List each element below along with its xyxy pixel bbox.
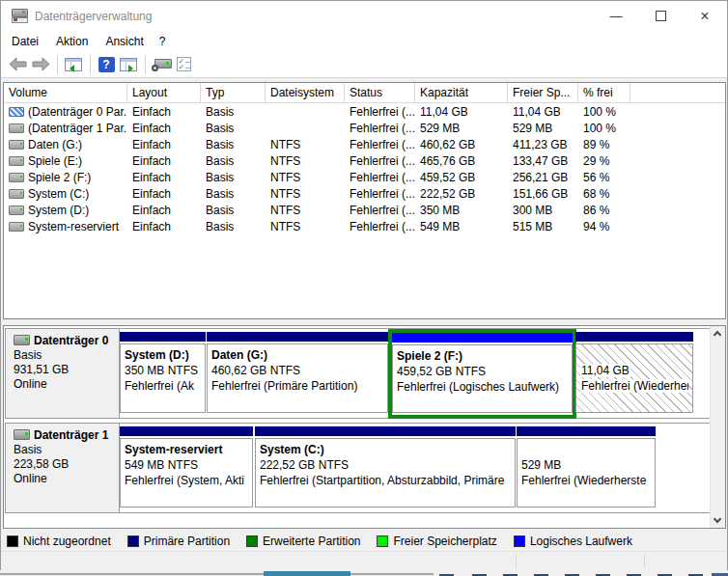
disk-graphical-view: Datenträger 0 Basis 931,51 GB Online Sys… [3,325,726,529]
partition-block[interactable]: System (C:) 222,52 GB NTFS Fehlerfrei (S… [255,426,516,510]
menu-item-datei[interactable]: Datei [3,33,47,50]
unallocated-swatch [7,535,18,547]
maximize-icon [656,11,666,21]
disk-type: Basis [14,348,113,363]
legend-item-free-space: Freier Speicherplatz [377,535,496,548]
column-header-status[interactable]: Status [345,83,415,102]
column-header-freier-speicher[interactable]: Freier Sp... [508,83,578,102]
toolbar: ? ✓ ✓ [1,51,727,78]
volume-icon [9,222,24,232]
partition-block-recovery[interactable]: 529 MB Fehlerfrei (Wiederherste [517,426,656,510]
menu-item-ansicht[interactable]: Ansicht [97,33,152,50]
status-bar-separator [516,554,517,569]
table-row[interactable]: (Datenträger 1 Par... Einfach Basis Fehl… [4,120,725,136]
menu-item-aktion[interactable]: Aktion [47,33,97,50]
primary-partition-bar [255,426,516,436]
partition-block[interactable]: System-reserviert 549 MB NTFS Fehlerfrei… [120,426,253,510]
primary-partition-bar [120,426,253,436]
volume-icon [9,156,24,166]
column-header-prozent-frei[interactable]: % frei [578,83,630,102]
forward-icon[interactable] [30,54,51,75]
volume-icon [9,173,24,182]
legend-item-unallocated: Nicht zugeordnet [7,535,111,548]
table-row[interactable]: System (C:) Einfach Basis NTFS Fehlerfre… [4,185,725,202]
volume-list-header: Volume Layout Typ Dateisystem Status Kap… [4,83,725,103]
scroll-down-icon[interactable] [714,515,721,523]
volume-icon [9,123,24,133]
table-row[interactable]: Spiele 2 (F:) Einfach Basis NTFS Fehlerf… [4,169,725,185]
menu-bar: Datei Aktion Ansicht ? [1,31,727,51]
primary-partition-bar [575,332,693,342]
disk-status: Online [14,472,113,486]
volume-icon [9,140,24,150]
title-bar: Datenträgerverwaltung — × [1,1,727,31]
menu-item-hilfe[interactable]: ? [153,33,173,50]
column-header-typ[interactable]: Typ [201,83,266,102]
disk-properties-icon[interactable] [151,54,172,75]
logical-drive-bar [392,333,573,343]
disk-row-1: Datenträger 1 Basis 223,58 GB Online Sys… [5,423,713,513]
volume-list: Volume Layout Typ Dateisystem Status Kap… [3,82,726,319]
table-row[interactable]: Daten (G:) Einfach Basis NTFS Fehlerfrei… [4,136,725,152]
partition-block-selected[interactable]: Spiele 2 (F:) 459,52 GB NTFS Fehlerfrei … [388,329,576,419]
extended-partition-swatch [246,535,258,547]
disk-0-label[interactable]: Datenträger 0 Basis 931,51 GB Online [6,329,120,418]
status-bar-separator [644,554,645,569]
help-icon[interactable]: ? [96,54,117,75]
disk-icon [14,429,30,440]
minimize-icon: — [610,9,623,23]
desktop-sliver [0,570,728,576]
legend-item-logical-drive: Logisches Laufwerk [514,535,632,548]
disk-status: Online [14,377,113,392]
column-header-volume[interactable]: Volume [4,83,127,102]
free-space-swatch [377,535,388,547]
toolbar-separator [57,55,58,74]
table-row[interactable]: Spiele (E:) Einfach Basis NTFS Fehlerfre… [4,152,725,169]
table-row[interactable]: System-reserviert Einfach Basis NTFS Feh… [4,218,725,234]
maximize-button[interactable] [638,1,683,31]
show-console-tree-icon[interactable] [63,54,84,75]
window-controls: — × [594,1,727,31]
table-row[interactable]: (Datenträger 0 Par... Einfach Basis Fehl… [4,103,725,120]
show-action-pane-icon[interactable] [118,54,139,75]
legend-item-primary: Primäre Partition [127,535,230,548]
partition-block[interactable]: System (D:) 350 MB NTFS Fehlerfrei (Ak [120,332,206,416]
column-header-kapazitaet[interactable]: Kapazität [415,83,508,102]
primary-partition-bar [517,426,656,436]
disk-type: Basis [14,443,113,457]
vertical-scrollbar[interactable] [710,326,725,528]
toolbar-separator [145,55,146,74]
volume-icon [9,206,24,215]
primary-partition-bar [120,332,206,342]
column-header-dateisystem[interactable]: Dateisystem [266,83,345,102]
task-checklist-icon[interactable]: ✓ ✓ [173,54,194,75]
column-header-empty [630,83,725,102]
status-bar [1,551,727,571]
legend-bar: Nicht zugeordnet Primäre Partition Erwei… [1,532,727,551]
primary-partition-swatch [127,535,139,547]
volume-icon [9,189,24,199]
column-header-layout[interactable]: Layout [127,83,201,102]
disk-row-0: Datenträger 0 Basis 931,51 GB Online Sys… [5,328,713,419]
partition-block[interactable]: Daten (G:) 460,62 GB NTFS Fehlerfrei (Pr… [207,332,388,416]
disk-management-app-icon [12,8,28,23]
toolbar-separator [90,55,91,74]
minimize-button[interactable]: — [594,1,638,31]
scroll-up-icon[interactable] [714,331,721,339]
recovery-volume-icon [9,107,24,117]
close-button[interactable]: × [683,1,727,31]
logical-drive-swatch [514,535,525,547]
close-icon: × [700,8,709,25]
screen: Datenträgerverwaltung — × Datei Aktion A… [0,0,728,576]
partition-block-recovery[interactable]: 11,04 GB Fehlerfrei (Wiederherste [575,332,693,416]
back-icon[interactable] [8,54,29,75]
legend-item-extended: Erweiterte Partition [246,535,360,548]
primary-partition-bar [207,332,388,342]
disk-1-label[interactable]: Datenträger 1 Basis 223,58 GB Online [6,424,120,512]
disk-icon [14,335,30,345]
window-title: Datenträgerverwaltung [35,10,152,23]
app-window: Datenträgerverwaltung — × Datei Aktion A… [0,0,728,570]
disk-size: 223,58 GB [14,457,113,472]
table-row[interactable]: System (D:) Einfach Basis NTFS Fehlerfre… [4,202,725,218]
disk-size: 931,51 GB [14,363,113,377]
